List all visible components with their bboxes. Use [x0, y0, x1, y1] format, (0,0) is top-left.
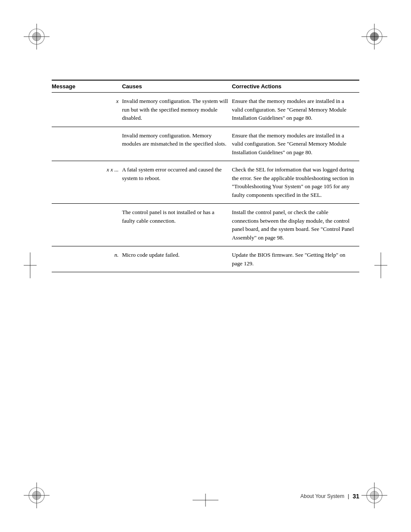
message-cell-5: n.: [52, 246, 122, 272]
table-row: x Invalid memory configuration. The syst…: [52, 93, 359, 127]
table-row: The control panel is not installed or ha…: [52, 204, 359, 246]
footer: About Your System | 31: [52, 493, 359, 500]
causes-cell-1: Invalid memory configuration. The system…: [122, 93, 232, 127]
causes-cell-2: Invalid memory configuration. Memory mod…: [122, 127, 232, 161]
message-cell-4: [52, 204, 122, 246]
causes-cell-4: The control panel is not installed or ha…: [122, 204, 232, 246]
message-cell-1: x: [52, 93, 122, 127]
side-mark-left: [24, 252, 37, 280]
table-row: Invalid memory configuration. Memory mod…: [52, 127, 359, 161]
actions-cell-2: Ensure that the memory modules are insta…: [232, 127, 359, 161]
causes-cell-3: A fatal system error occurred and caused…: [122, 161, 232, 204]
corner-mark-tr: [361, 24, 387, 50]
corner-mark-tl: [24, 24, 50, 50]
actions-cell-3: Check the SEL for information that was l…: [232, 161, 359, 204]
col-header-actions: Corrective Actions: [232, 80, 359, 93]
col-header-message: Message: [52, 80, 122, 93]
actions-cell-1: Ensure that the memory modules are insta…: [232, 93, 359, 127]
main-content: Message Causes Corrective Actions x Inva…: [52, 80, 359, 476]
system-messages-table: Message Causes Corrective Actions x Inva…: [52, 80, 359, 272]
footer-page-number: 31: [352, 493, 359, 500]
message-cell-2: [52, 127, 122, 161]
side-mark-right: [374, 252, 387, 280]
table-row: n. Micro code update failed. Update the …: [52, 246, 359, 272]
table-row: x x ... A fatal system error occurred an…: [52, 161, 359, 204]
col-header-causes: Causes: [122, 80, 232, 93]
actions-cell-5: Update the BIOS firmware. See "Getting H…: [232, 246, 359, 272]
message-cell-3: x x ...: [52, 161, 122, 204]
actions-cell-4: Install the control panel, or check the …: [232, 204, 359, 246]
corner-mark-br: [361, 482, 387, 508]
footer-section-title: About Your System: [300, 493, 344, 499]
page: Message Causes Corrective Actions x Inva…: [0, 0, 411, 532]
causes-cell-5: Micro code update failed.: [122, 246, 232, 272]
footer-separator: |: [348, 493, 349, 499]
corner-mark-bl: [24, 482, 50, 508]
